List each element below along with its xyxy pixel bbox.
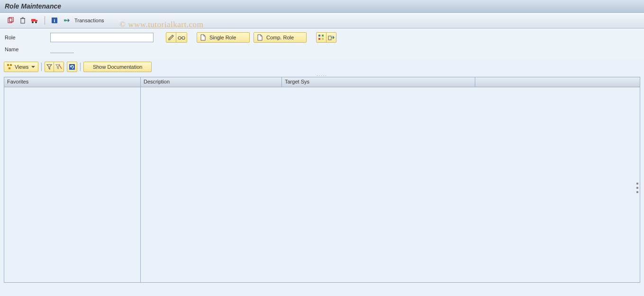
document-icon <box>200 34 206 41</box>
titlebar: Role Maintenance <box>0 0 644 13</box>
views-dropdown[interactable]: Views <box>4 62 38 72</box>
export-icon <box>328 34 335 41</box>
table-body <box>4 87 640 282</box>
toolbar-separator <box>41 63 42 71</box>
svg-rect-22 <box>9 67 10 69</box>
svg-rect-15 <box>318 35 320 37</box>
svg-point-8 <box>35 21 37 23</box>
chevron-down-icon <box>31 66 35 68</box>
toolbar-separator <box>45 16 45 25</box>
assign-transactions-icon[interactable] <box>62 16 72 25</box>
name-label: Name <box>5 46 46 52</box>
refresh-button[interactable] <box>67 62 77 72</box>
vertical-scroll-hint[interactable] <box>636 182 639 194</box>
name-row: Name <box>5 46 639 53</box>
role-row: Role Single Role Comp. Role <box>5 32 639 43</box>
refresh-icon <box>69 64 75 70</box>
svg-rect-11 <box>64 19 66 21</box>
views-toolbar: Views Show Documentation <box>0 60 644 74</box>
favorites-table: Favorites Description Target Sys <box>4 77 640 283</box>
comp-role-button[interactable]: Comp. Role <box>254 32 307 43</box>
transport-icon[interactable] <box>30 16 40 25</box>
transactions-label[interactable]: Transactions <box>74 18 104 23</box>
info-icon[interactable]: i <box>50 16 59 25</box>
extra-group <box>316 32 336 43</box>
table-header-row: Favorites Description Target Sys <box>4 77 640 87</box>
svg-rect-18 <box>322 38 324 40</box>
copy-icon[interactable] <box>6 16 15 25</box>
sap-window: Role Maintenance i Transactions Role <box>0 0 644 296</box>
filter-button[interactable] <box>45 62 54 72</box>
export-button[interactable] <box>326 32 336 43</box>
glasses-icon <box>178 34 185 41</box>
edit-button[interactable] <box>166 32 176 43</box>
display-button[interactable] <box>176 32 187 43</box>
page-title: Role Maintenance <box>5 2 61 10</box>
favorites-tree-panel[interactable] <box>4 87 141 282</box>
single-role-label: Single Role <box>208 35 238 40</box>
col-header-target-sys[interactable]: Target Sys <box>282 77 475 87</box>
svg-rect-19 <box>328 36 331 40</box>
show-documentation-button[interactable]: Show Documentation <box>83 62 152 72</box>
filter-icon <box>46 64 52 70</box>
delete-icon[interactable] <box>18 16 27 25</box>
name-value <box>50 46 74 53</box>
svg-rect-6 <box>36 20 37 21</box>
overview-icon <box>318 34 325 41</box>
col-header-favorites[interactable]: Favorites <box>4 77 141 87</box>
col-header-description[interactable]: Description <box>141 77 282 87</box>
svg-rect-20 <box>7 64 9 66</box>
svg-point-13 <box>182 37 185 39</box>
col-header-blank <box>475 77 640 87</box>
svg-point-7 <box>32 21 34 23</box>
svg-rect-2 <box>21 18 25 23</box>
svg-point-12 <box>178 37 181 39</box>
single-role-button[interactable]: Single Role <box>197 32 250 43</box>
filter-off-icon <box>55 64 62 70</box>
pencil-icon <box>168 34 174 41</box>
details-panel[interactable] <box>141 87 640 282</box>
svg-text:i: i <box>54 18 55 23</box>
svg-line-23 <box>59 65 62 69</box>
svg-rect-17 <box>322 35 324 37</box>
svg-rect-16 <box>318 38 320 40</box>
comp-role-label: Comp. Role <box>264 35 296 40</box>
svg-rect-21 <box>10 64 12 66</box>
role-input[interactable] <box>50 33 154 42</box>
document-icon <box>257 34 263 41</box>
overview-button[interactable] <box>316 32 327 43</box>
svg-rect-5 <box>31 19 36 21</box>
role-label: Role <box>5 35 46 40</box>
toolbar-separator <box>80 63 81 71</box>
show-doc-label: Show Documentation <box>93 64 143 70</box>
app-toolbar: i Transactions <box>0 13 644 28</box>
content-area: Role Single Role Comp. Role <box>0 28 644 60</box>
edit-display-group <box>166 32 187 43</box>
tree-icon <box>7 64 13 70</box>
filter-delete-button[interactable] <box>54 62 64 72</box>
filter-group <box>45 62 64 72</box>
views-label: Views <box>15 64 28 70</box>
